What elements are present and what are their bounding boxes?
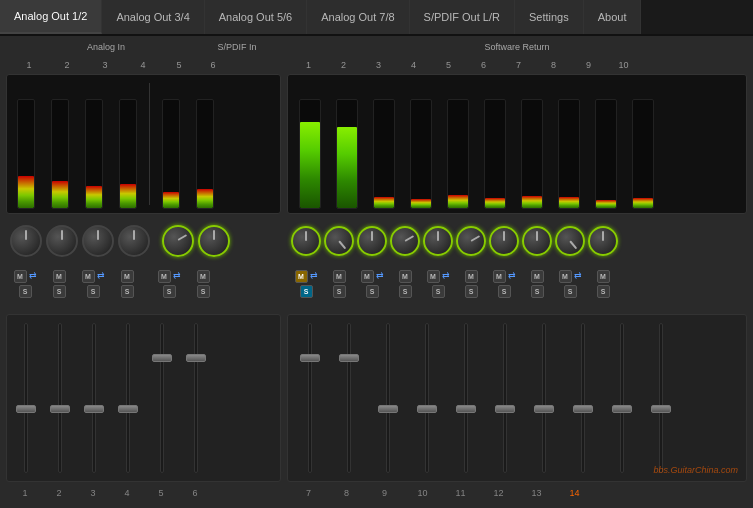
- knob-ch16[interactable]: [588, 226, 618, 256]
- knob-ch8[interactable]: [324, 226, 354, 256]
- fader-track-ch4[interactable]: [126, 323, 130, 473]
- mute-ch3[interactable]: M: [82, 270, 95, 283]
- fader-handle-ch3[interactable]: [84, 405, 104, 413]
- solo-ch9[interactable]: S: [366, 285, 379, 298]
- fader-handle-ch10[interactable]: [417, 405, 437, 413]
- knob-ch13[interactable]: [489, 226, 519, 256]
- mute-ch11[interactable]: M: [427, 270, 440, 283]
- fader-handle-ch15[interactable]: [612, 405, 632, 413]
- fader-track-ch8[interactable]: [347, 323, 351, 473]
- knob-ch11[interactable]: [423, 226, 453, 256]
- tab-analog-out-34[interactable]: Analog Out 3/4: [102, 0, 204, 34]
- fader-handle-ch1[interactable]: [16, 405, 36, 413]
- fader-track-ch11[interactable]: [464, 323, 468, 473]
- solo-ch6[interactable]: S: [197, 285, 210, 298]
- fader-track-ch13[interactable]: [542, 323, 546, 473]
- mute-ch6[interactable]: M: [197, 270, 210, 283]
- solo-ch4[interactable]: S: [121, 285, 134, 298]
- solo-ch11[interactable]: S: [432, 285, 445, 298]
- solo-ch7[interactable]: S: [300, 285, 313, 298]
- tab-about[interactable]: About: [584, 0, 642, 34]
- fader-track-ch2[interactable]: [58, 323, 62, 473]
- knob-ch12[interactable]: [456, 226, 486, 256]
- solo-ch16[interactable]: S: [597, 285, 610, 298]
- fader-track-ch15[interactable]: [620, 323, 624, 473]
- mute-ch2[interactable]: M: [53, 270, 66, 283]
- fader-track-ch5[interactable]: [160, 323, 164, 473]
- link-ch11-12[interactable]: ⇄: [442, 270, 450, 283]
- mute-ch7[interactable]: M: [295, 270, 308, 283]
- knob-ch1[interactable]: [10, 225, 42, 257]
- link-ch3-4[interactable]: ⇄: [97, 270, 105, 283]
- knob-ch14[interactable]: [522, 226, 552, 256]
- solo-ch13[interactable]: S: [498, 285, 511, 298]
- fader-track-ch1[interactable]: [24, 323, 28, 473]
- knob-ch7[interactable]: [291, 226, 321, 256]
- fader-handle-ch14[interactable]: [573, 405, 593, 413]
- fader-handle-ch7[interactable]: [300, 354, 320, 362]
- fader-track-ch16[interactable]: [659, 323, 663, 473]
- link-ch9-10[interactable]: ⇄: [376, 270, 384, 283]
- link-ch7-8[interactable]: ⇄: [310, 270, 318, 283]
- fader-track-ch14[interactable]: [581, 323, 585, 473]
- knob-ch3[interactable]: [82, 225, 114, 257]
- tab-spdif-out-lr[interactable]: S/PDIF Out L/R: [410, 0, 515, 34]
- fader-handle-ch12[interactable]: [495, 405, 515, 413]
- solo-ch15[interactable]: S: [564, 285, 577, 298]
- mute-ch14[interactable]: M: [531, 270, 544, 283]
- fader-handle-ch8[interactable]: [339, 354, 359, 362]
- analog-in-label: Analog In: [26, 42, 186, 52]
- knob-ch5[interactable]: [162, 225, 194, 257]
- link-ch15-16[interactable]: ⇄: [574, 270, 582, 283]
- knob-ch10[interactable]: [390, 226, 420, 256]
- fader-track-ch12[interactable]: [503, 323, 507, 473]
- fader-track-ch10[interactable]: [425, 323, 429, 473]
- knob-ch15[interactable]: [555, 226, 585, 256]
- fader-track-ch9[interactable]: [386, 323, 390, 473]
- link-ch1-2[interactable]: ⇄: [29, 270, 37, 283]
- mute-ch10[interactable]: M: [399, 270, 412, 283]
- solo-ch3[interactable]: S: [87, 285, 100, 298]
- knob-ch2[interactable]: [46, 225, 78, 257]
- link-ch13-14[interactable]: ⇄: [508, 270, 516, 283]
- knob-ch4[interactable]: [118, 225, 150, 257]
- vu-bar-ch8: [336, 99, 358, 209]
- mute-ch13[interactable]: M: [493, 270, 506, 283]
- solo-ch12[interactable]: S: [465, 285, 478, 298]
- fader-handle-ch6[interactable]: [186, 354, 206, 362]
- fader-handle-ch2[interactable]: [50, 405, 70, 413]
- fader-handle-ch16[interactable]: [651, 405, 671, 413]
- solo-ch1[interactable]: S: [19, 285, 32, 298]
- ms-right: M ⇄ S M S M: [287, 268, 747, 310]
- tab-analog-out-78[interactable]: Analog Out 7/8: [307, 0, 409, 34]
- fader-handle-ch13[interactable]: [534, 405, 554, 413]
- mute-ch9[interactable]: M: [361, 270, 374, 283]
- fader-handle-ch9[interactable]: [378, 405, 398, 413]
- mute-ch15[interactable]: M: [559, 270, 572, 283]
- mute-ch8[interactable]: M: [333, 270, 346, 283]
- mute-ch4[interactable]: M: [121, 270, 134, 283]
- tab-analog-out-56[interactable]: Analog Out 5/6: [205, 0, 307, 34]
- tab-settings[interactable]: Settings: [515, 0, 584, 34]
- mute-ch1[interactable]: M: [14, 270, 27, 283]
- link-ch5-6[interactable]: ⇄: [173, 270, 181, 283]
- mute-ch12[interactable]: M: [465, 270, 478, 283]
- fader-handle-ch5[interactable]: [152, 354, 172, 362]
- fader-handle-ch11[interactable]: [456, 405, 476, 413]
- solo-ch14[interactable]: S: [531, 285, 544, 298]
- mute-ch16[interactable]: M: [597, 270, 610, 283]
- vu-ch15: [588, 79, 623, 209]
- fader-track-ch7[interactable]: [308, 323, 312, 473]
- fader-track-ch6[interactable]: [194, 323, 198, 473]
- solo-ch8[interactable]: S: [333, 285, 346, 298]
- mute-ch5[interactable]: M: [158, 270, 171, 283]
- knob-ch6[interactable]: [198, 225, 230, 257]
- solo-ch5[interactable]: S: [163, 285, 176, 298]
- solo-ch10[interactable]: S: [399, 285, 412, 298]
- solo-ch2[interactable]: S: [53, 285, 66, 298]
- knob-ch9[interactable]: [357, 226, 387, 256]
- fader-track-ch3[interactable]: [92, 323, 96, 473]
- rp-ch-num-4: 4: [396, 60, 431, 70]
- tab-analog-out-12[interactable]: Analog Out 1/2: [0, 0, 102, 34]
- fader-handle-ch4[interactable]: [118, 405, 138, 413]
